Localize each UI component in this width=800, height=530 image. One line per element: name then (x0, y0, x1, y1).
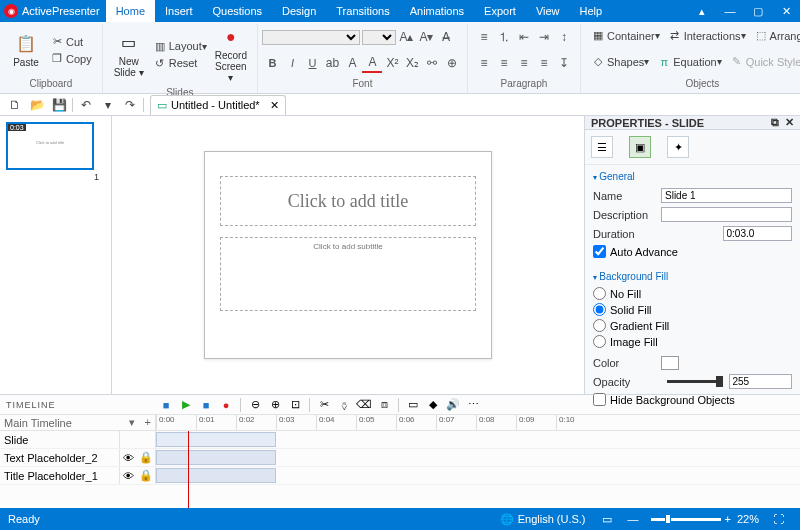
record-screen-button[interactable]: ● RecordScreen ▾ (211, 24, 251, 85)
undo-button[interactable]: ↶ (75, 96, 97, 114)
tab-transitions[interactable]: Transitions (326, 0, 399, 22)
shapes-button[interactable]: ◇Shapes ▾ (587, 53, 653, 70)
color-swatch[interactable] (661, 356, 679, 370)
select-button[interactable]: ▭ (403, 396, 423, 414)
document-tab[interactable]: ▭ Untitled - Untitled* ✕ (150, 95, 286, 115)
tab-insert[interactable]: Insert (155, 0, 203, 22)
zoom-in-button[interactable]: ⊕ (265, 396, 285, 414)
font-color-button[interactable]: A (362, 53, 382, 73)
maximize-icon[interactable]: ▢ (744, 0, 772, 22)
close-tab-icon[interactable]: ✕ (270, 99, 279, 112)
track-text-ph2[interactable]: Text Placeholder_2 👁🔒 (0, 449, 800, 467)
fill-image-radio[interactable]: Image Fill (593, 335, 792, 348)
lock-icon[interactable]: 🔒 (139, 451, 153, 464)
superscript-button[interactable]: X² (382, 53, 402, 73)
lock-icon[interactable]: 🔒 (139, 469, 153, 482)
record-button[interactable]: ■ (196, 396, 216, 414)
align-right-button[interactable]: ≡ (514, 53, 534, 73)
auto-advance-check[interactable]: Auto Advance (593, 245, 792, 258)
crop-button[interactable]: ⧈ (374, 396, 394, 414)
language-button[interactable]: 🌐English (U.S.) (492, 513, 594, 526)
indent-right-button[interactable]: ⇥ (534, 27, 554, 47)
zoom-slider[interactable] (651, 518, 721, 521)
tab-help[interactable]: Help (570, 0, 613, 22)
numbering-button[interactable]: ⒈ (494, 27, 514, 47)
justify-button[interactable]: ≡ (534, 53, 554, 73)
slide-desc-input[interactable] (661, 207, 792, 222)
fill-gradient-radio[interactable]: Gradient Fill (593, 319, 792, 332)
clip-slide[interactable] (156, 432, 276, 447)
volume-button[interactable]: 🔊 (443, 396, 463, 414)
grow-font-button[interactable]: A▴ (396, 27, 416, 47)
view-fit-button[interactable]: — (620, 513, 647, 525)
open-button[interactable]: 📂 (26, 96, 48, 114)
text-direction-button[interactable]: ↧ (554, 53, 574, 73)
title-placeholder[interactable]: Click to add title (220, 176, 476, 226)
tab-home[interactable]: Home (106, 0, 155, 22)
slide-duration-input[interactable] (723, 226, 793, 241)
more-button[interactable]: ⋯ (463, 396, 483, 414)
main-timeline-label[interactable]: Main Timeline▾ + (0, 415, 156, 430)
interactions-button[interactable]: ⇄Interactions ▾ (664, 27, 750, 44)
close-icon[interactable]: ✕ (772, 0, 800, 22)
copy-button[interactable]: ❐Copy (46, 50, 96, 67)
reset-button[interactable]: ↺Reset (149, 55, 211, 72)
split-button[interactable]: ⎀ (334, 396, 354, 414)
slide-canvas[interactable]: Click to add title Click to add subtitle (112, 116, 584, 394)
paste-button[interactable]: 📋 Paste (6, 31, 46, 70)
fill-solid-radio[interactable]: Solid Fill (593, 303, 792, 316)
subtitle-placeholder[interactable]: Click to add subtitle (220, 237, 476, 311)
minimize-icon[interactable]: — (716, 0, 744, 22)
delete-button[interactable]: ⌫ (354, 396, 374, 414)
bullets-button[interactable]: ≡ (474, 27, 494, 47)
zoom-out-button[interactable]: ⊖ (245, 396, 265, 414)
equation-button[interactable]: πEquation ▾ (653, 53, 725, 70)
prop-tab-fill-icon[interactable]: ▣ (629, 136, 651, 158)
align-left-button[interactable]: ≡ (474, 53, 494, 73)
track-slide[interactable]: Slide (0, 431, 800, 449)
undo-more-button[interactable]: ▾ (97, 96, 119, 114)
underline-button[interactable]: U (302, 53, 322, 73)
alert-button[interactable]: ● (216, 396, 236, 414)
timeline-ruler[interactable]: 0:00 0:01 0:02 0:03 0:04 0:05 0:06 0:07 … (156, 415, 800, 430)
close-panel-icon[interactable]: ✕ (785, 116, 794, 129)
subscript-button[interactable]: X₂ (402, 53, 422, 73)
bold-button[interactable]: B (262, 53, 282, 73)
zoom-fit-button[interactable]: ⛶ (765, 513, 792, 525)
stop-button[interactable]: ■ (156, 396, 176, 414)
layout-button[interactable]: ▥Layout ▾ (149, 38, 211, 55)
eye-icon[interactable]: 👁 (123, 470, 134, 482)
special-char-button[interactable]: ⊕ (442, 53, 462, 73)
slide-thumbnail[interactable]: 0:03 Click to add title (6, 122, 94, 170)
new-button[interactable]: 🗋 (4, 96, 26, 114)
tab-design[interactable]: Design (272, 0, 326, 22)
section-general[interactable]: General (593, 169, 792, 184)
playhead[interactable] (188, 431, 189, 508)
new-slide-button[interactable]: ▭ NewSlide ▾ (109, 30, 149, 80)
eye-icon[interactable]: 👁 (123, 452, 134, 464)
strike-button[interactable]: ab (322, 53, 342, 73)
prop-tab-transition-icon[interactable]: ✦ (667, 136, 689, 158)
fill-none-radio[interactable]: No Fill (593, 287, 792, 300)
slide-name-input[interactable] (661, 188, 792, 203)
font-family-select[interactable] (262, 30, 360, 45)
collapse-ribbon-icon[interactable]: ▴ (688, 0, 716, 22)
opacity-slider[interactable] (667, 380, 723, 383)
section-bgfill[interactable]: Background Fill (593, 269, 792, 284)
save-button[interactable]: 💾 (48, 96, 70, 114)
dock-icon[interactable]: ⧉ (771, 116, 779, 129)
shrink-font-button[interactable]: A▾ (416, 27, 436, 47)
play-button[interactable]: ▶ (176, 396, 196, 414)
tab-export[interactable]: Export (474, 0, 526, 22)
prop-tab-general-icon[interactable]: ☰ (591, 136, 613, 158)
clear-format-button[interactable]: A̶ (436, 27, 456, 47)
indent-left-button[interactable]: ⇤ (514, 27, 534, 47)
redo-button[interactable]: ↷ (119, 96, 141, 114)
zoom-fit-button[interactable]: ⊡ (285, 396, 305, 414)
arrange-button[interactable]: ⬚Arrange ▾ (750, 27, 800, 44)
view-normal-button[interactable]: ▭ (594, 513, 620, 526)
line-spacing-button[interactable]: ↕ (554, 27, 574, 47)
track-title-ph1[interactable]: Title Placeholder_1 👁🔒 (0, 467, 800, 485)
cut-tl-button[interactable]: ✂ (314, 396, 334, 414)
quick-style-button[interactable]: ✎Quick Style ▾ (726, 53, 800, 70)
